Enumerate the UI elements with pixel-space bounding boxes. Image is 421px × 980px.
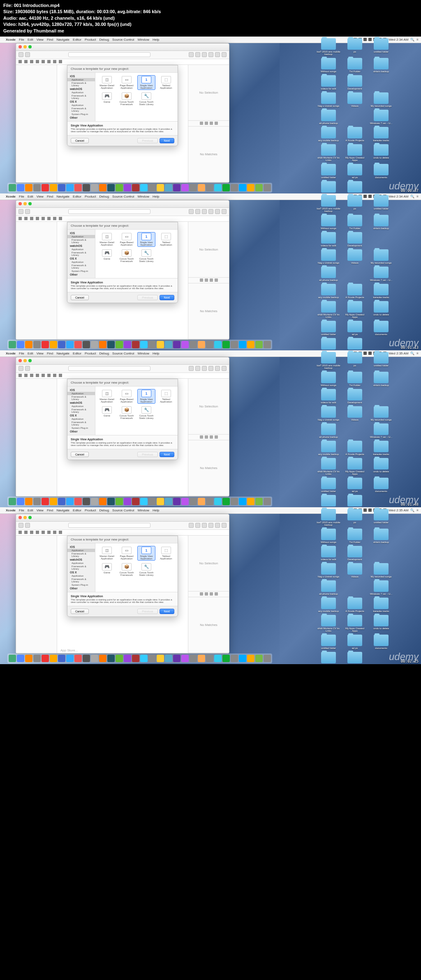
dock-app-icon[interactable] [181,655,189,662]
dock-app-icon[interactable] [214,184,222,191]
dock-app-icon[interactable] [74,341,82,348]
nav-tab-icon[interactable] [59,531,62,534]
app-name[interactable]: Xcode [6,352,16,355]
template-single-view[interactable]: 1Single View Application [137,75,155,90]
previous-button[interactable]: Previous [137,295,157,300]
desktop-folder[interactable]: My recorded songs [369,563,393,578]
template-tabbed[interactable]: ⬚Tabbed Application [157,75,175,90]
dock-app-icon[interactable] [17,655,24,662]
menu-file[interactable]: File [19,508,24,512]
dock-app-icon[interactable] [33,184,41,191]
dock-app-icon[interactable] [198,655,205,662]
dock-app-icon[interactable] [58,341,65,348]
run-button[interactable] [19,523,23,528]
desktop-folder[interactable]: undo to delete [369,144,393,161]
dock-app-icon[interactable] [190,184,197,191]
dock-app-icon[interactable] [107,655,115,662]
dock-app-icon[interactable] [132,341,139,348]
dock-app-icon[interactable] [74,498,82,505]
dock-app-icon[interactable] [206,184,213,191]
desktop-folder[interactable]: karaoke tracks [369,127,393,142]
dock-app-icon[interactable] [140,341,148,348]
nav-tab-icon[interactable] [30,217,33,220]
desktop-folder[interactable]: untitled folder [317,321,340,336]
dock-app-icon[interactable] [132,184,139,191]
nav-tab-icon[interactable] [19,374,22,377]
template-page-based[interactable]: ▭Page-Based Application [118,232,136,247]
menu-editor[interactable]: Editor [73,195,81,198]
dock-app-icon[interactable] [99,655,106,662]
lib-tab-icon[interactable] [205,122,208,125]
dock-app-icon[interactable] [206,655,213,662]
dock-app-icon[interactable] [157,184,164,191]
cat-watchos-framework[interactable]: Framework & Library [67,565,95,571]
menu-edit[interactable]: Edit [28,508,33,512]
dock-app-icon[interactable] [148,184,156,191]
dock-app-icon[interactable] [132,655,139,662]
cat-ios-framework[interactable]: Framework & Library [67,552,95,558]
lib-tab-icon[interactable] [210,278,213,282]
maximize-button[interactable] [28,516,32,519]
dock-app-icon[interactable] [214,341,222,348]
desktop-folder[interactable]: A Xcode Projects [343,441,367,455]
cat-osx-application[interactable]: Application [67,574,95,577]
cancel-button[interactable]: Cancel [71,138,89,143]
cancel-button[interactable]: Cancel [71,609,89,614]
menu-editor[interactable]: Editor [73,38,81,41]
desktop-folder[interactable]: documents [369,321,393,336]
cat-watchos-framework[interactable]: Framework & Library [67,408,95,414]
dock-app-icon[interactable] [74,184,82,191]
dock-app-icon[interactable] [198,341,205,348]
dock-app-icon[interactable] [50,498,57,505]
menu-navigate[interactable]: Navigate [56,352,69,355]
dock-app-icon[interactable] [165,184,172,191]
menu-edit[interactable]: Edit [28,352,33,355]
lib-tab-icon[interactable] [210,592,213,596]
nav-tab-icon[interactable] [30,374,33,377]
menu-help[interactable]: Help [153,195,159,198]
dock-app-icon[interactable] [132,498,139,505]
desktop-folder[interactable]: untitled folder [317,164,340,179]
dock-app-icon[interactable] [190,498,197,505]
editor-mode-assistant[interactable] [195,523,200,528]
editor-mode-standard[interactable] [189,523,194,528]
template-master-detail[interactable]: ◫Master-Detail Application [98,232,116,247]
lib-tab-icon[interactable] [200,435,203,439]
template-single-view[interactable]: 1Single View Application [137,546,155,561]
menu-source-control[interactable]: Source Control [112,38,134,41]
lib-tab-icon[interactable] [200,278,203,282]
nav-tab-icon[interactable] [59,217,62,220]
dock-app-icon[interactable] [66,184,74,191]
editor-mode-version[interactable] [202,523,207,528]
desktop-folder[interactable]: untitled folder [369,352,393,369]
dock-app-icon[interactable] [42,341,49,348]
panel-toggle-bottom[interactable] [215,523,220,528]
dock-app-icon[interactable] [173,655,180,662]
nav-tab-icon[interactable] [19,217,22,220]
menu-source-control[interactable]: Source Control [112,195,134,198]
editor-mode-assistant[interactable] [195,209,200,214]
dock-app-icon[interactable] [9,184,16,191]
dock-app-icon[interactable] [107,498,115,505]
desktop-folder[interactable]: My Apps Created Apps [343,301,367,318]
cat-watchos-framework[interactable]: Framework & Library [67,251,95,257]
dock-app-icon[interactable] [157,498,164,505]
dock-app-icon[interactable] [25,341,32,348]
dock-app-icon[interactable] [198,184,205,191]
desktop-folder[interactable]: Windows 7 usi – U... [369,267,393,281]
desktop-folder[interactable]: ali phone backup [317,423,340,438]
desktop-folder[interactable]: How to progr... [317,652,340,664]
template-master-detail[interactable]: ◫Master-Detail Application [98,546,116,561]
nav-tab-icon[interactable] [53,374,56,377]
desktop-folder[interactable]: ad ps [343,478,367,492]
template-master-detail[interactable]: ◫Master-Detail Application [98,75,116,90]
desktop-folder[interactable]: My recorded songs [369,92,393,107]
desktop-folder[interactable]: ad ps [343,635,367,649]
cat-watchos-framework[interactable]: Framework & Library [67,94,95,100]
desktop-folder[interactable]: untitled folder [317,478,340,492]
desktop-folder[interactable]: ad ps [343,164,367,179]
dock-app-icon[interactable] [99,184,106,191]
dock-app-icon[interactable] [222,341,230,348]
template-game[interactable]: Game [98,405,116,420]
nav-tab-icon[interactable] [42,374,45,377]
